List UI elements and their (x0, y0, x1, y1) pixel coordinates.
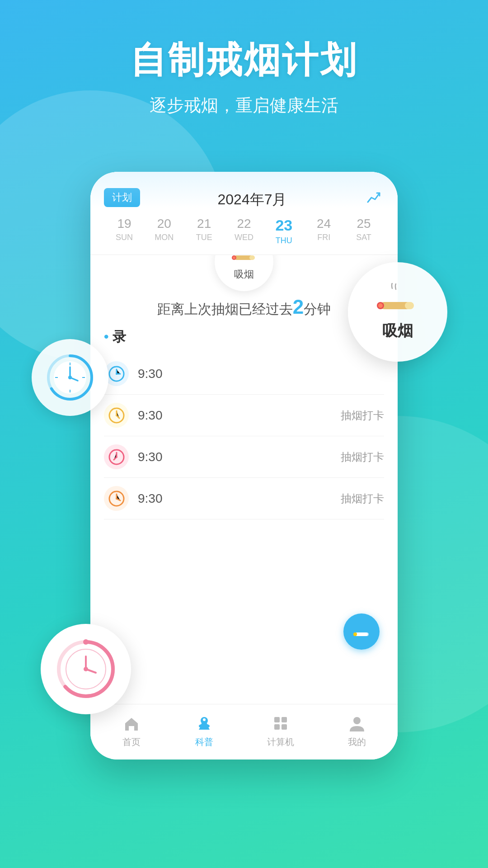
week-days: 19 SUN 20 MON 21 TUE 22 WED (104, 217, 384, 245)
profile-icon (347, 713, 367, 733)
svg-point-11 (116, 498, 117, 500)
svg-rect-20 (274, 724, 280, 730)
clock-icon-pink (104, 444, 129, 469)
svg-rect-18 (274, 717, 280, 722)
sub-title: 逐步戒烟，重启健康生活 (0, 94, 488, 117)
svg-point-25 (83, 639, 89, 645)
svg-point-17 (203, 718, 206, 721)
phone-wrapper: 计划 2024年7月 19 SUN (68, 136, 420, 805)
clock-icon-orange (104, 486, 129, 511)
record-action-2: 抽烟打卡 (341, 450, 384, 464)
nav-calculator[interactable]: 计算机 (267, 713, 294, 748)
nav-calculator-label: 计算机 (267, 736, 294, 748)
svg-point-22 (353, 717, 361, 724)
svg-rect-19 (282, 717, 287, 722)
day-fri[interactable]: 24 FRI (306, 217, 342, 245)
cigarette-icon-top (230, 255, 259, 265)
phone-frame: 计划 2024年7月 19 SUN (90, 172, 398, 760)
calculator-icon (271, 713, 291, 733)
day-thu[interactable]: 23 THU (266, 217, 302, 245)
day-sat[interactable]: 25 SAT (346, 217, 382, 245)
record-item-2[interactable]: 9:30 抽烟打卡 (104, 436, 384, 478)
float-smoking-label: 吸烟 (382, 321, 413, 341)
calendar-header: 计划 2024年7月 19 SUN (90, 172, 398, 255)
record-action-3: 抽烟打卡 (341, 491, 384, 506)
float-clock-large-icon (54, 637, 117, 701)
plan-badge: 计划 (104, 188, 140, 207)
svg-point-3 (233, 256, 235, 259)
float-clock-mid (32, 339, 108, 416)
float-cigarette-icon (375, 283, 420, 317)
day-wed[interactable]: 22 WED (226, 217, 262, 245)
float-clock-large (41, 624, 131, 714)
bottom-nav: 首页 科普 (90, 704, 398, 760)
float-clock-mid-icon (45, 353, 95, 402)
svg-point-34 (378, 303, 383, 308)
record-time-first: 9:30 (138, 367, 163, 381)
record-action-1: 抽烟打卡 (341, 408, 384, 423)
phone-content: 计划 2024年7月 19 SUN (90, 172, 398, 760)
record-item-3[interactable]: 9:30 抽烟打卡 (104, 478, 384, 519)
fab-button[interactable] (343, 613, 380, 650)
fab-cigarette-icon (352, 623, 371, 641)
nav-profile[interactable]: 我的 (347, 713, 367, 748)
svg-point-5 (116, 373, 117, 375)
header-section: 自制戒烟计划 逐步戒烟，重启健康生活 (0, 0, 488, 117)
svg-point-14 (353, 632, 357, 636)
nav-home[interactable]: 首页 (122, 713, 141, 748)
record-time-3: 9:30 (138, 491, 163, 506)
home-icon (122, 713, 141, 733)
nav-home-label: 首页 (122, 736, 141, 748)
svg-rect-1 (249, 255, 255, 260)
float-smoking-right: 吸烟 (348, 262, 447, 362)
svg-point-30 (84, 667, 88, 671)
day-tue[interactable]: 21 TUE (186, 217, 222, 245)
nav-profile-label: 我的 (348, 736, 366, 748)
nav-science-label: 科普 (195, 736, 213, 748)
record-section: • 录 9:30 (90, 328, 398, 519)
main-title: 自制戒烟计划 (0, 36, 488, 85)
svg-rect-13 (365, 632, 369, 636)
smoking-label-top: 吸烟 (234, 268, 254, 281)
record-time-1: 9:30 (138, 408, 163, 423)
svg-point-40 (68, 376, 72, 379)
clock-icon-yellow (104, 403, 129, 428)
svg-rect-32 (405, 302, 414, 309)
day-sun[interactable]: 19 SUN (106, 217, 142, 245)
record-time-2: 9:30 (138, 450, 163, 464)
svg-point-7 (116, 415, 117, 416)
day-mon[interactable]: 20 MON (146, 217, 182, 245)
nav-science[interactable]: 科普 (194, 713, 214, 748)
record-item-1[interactable]: 9:30 抽烟打卡 (104, 395, 384, 436)
stats-icon[interactable] (364, 188, 384, 208)
svg-rect-21 (282, 724, 287, 730)
science-icon (194, 713, 214, 733)
svg-point-9 (116, 456, 117, 458)
month-title: 2024年7月 (218, 190, 287, 210)
record-title: • 录 (104, 328, 384, 346)
record-item-first[interactable]: 9:30 (104, 353, 384, 395)
